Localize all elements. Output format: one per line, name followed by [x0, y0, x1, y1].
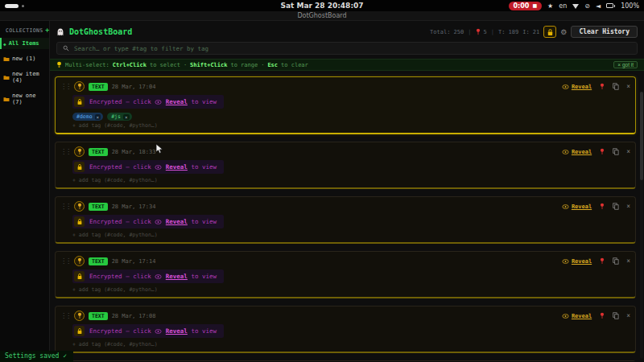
reveal-button[interactable]: Reveal: [562, 204, 592, 210]
clipboard-card[interactable]: ⋮⋮ TEXT 28 Mar, 17:24 Reveal: [55, 360, 636, 361]
add-tag-input[interactable]: + add tag (#code, #python…): [72, 177, 630, 183]
search-input[interactable]: [74, 45, 631, 52]
clipboard-card[interactable]: ⋮⋮ TEXT 28 Mar, 17:34 Reveal: [55, 196, 636, 244]
copy-button[interactable]: [613, 312, 619, 319]
battery-percent: 100%: [621, 2, 639, 10]
window-title[interactable]: DotGhostBoard: [0, 11, 644, 21]
timestamp: 28 Mar, 17:08: [112, 313, 156, 319]
settings-saved-toast: Settings saved ✓: [0, 351, 73, 362]
pinned-indicator-icon[interactable]: [599, 83, 605, 90]
drag-handle-icon[interactable]: ⋮⋮: [60, 203, 70, 210]
eye-icon: [562, 150, 569, 154]
reveal-button[interactable]: Reveal: [562, 149, 592, 155]
dismiss-hint-button[interactable]: × got it: [613, 61, 638, 68]
add-collection-button[interactable]: +: [45, 27, 49, 34]
sidebar-item-label: new (1): [12, 56, 36, 62]
wifi-icon[interactable]: [572, 4, 579, 9]
clipboard-card[interactable]: ⋮⋮ TEXT 28 Mar, 17:04 Reveal: [55, 76, 636, 134]
add-tag-input[interactable]: + add tag (#code, #python…): [72, 341, 630, 348]
lock-icon: [74, 162, 85, 172]
encrypted-content[interactable]: Encrypted — click Reveal to view: [72, 95, 224, 109]
pinned-indicator-icon[interactable]: [599, 148, 605, 155]
hint-label: Multi-select:: [65, 62, 109, 68]
mic-muted-icon[interactable]: ⊘: [584, 2, 590, 10]
sidebar-item-all-items[interactable]: ◆ All Items: [0, 38, 49, 49]
pin-toggle-button[interactable]: [74, 201, 85, 212]
clipboard-card[interactable]: ⋮⋮ TEXT 28 Mar, 17:08 Reveal: [55, 306, 636, 353]
copy-button[interactable]: [613, 203, 619, 210]
encrypted-content[interactable]: Encrypted — click Reveal to view: [72, 324, 224, 338]
stat-total: Total: 250: [430, 29, 464, 35]
drag-handle-icon[interactable]: ⋮⋮: [60, 83, 70, 90]
tag-remove-button[interactable]: ×: [123, 114, 130, 120]
copy-button[interactable]: [613, 148, 619, 155]
sidebar-item-new-one[interactable]: new one (7): [0, 90, 49, 108]
delete-button[interactable]: ×: [626, 83, 630, 90]
copy-button[interactable]: [613, 83, 619, 90]
multiselect-hint-bar: Multi-select: Ctrl+Click to select · Shi…: [50, 59, 644, 71]
add-tag-input[interactable]: + add tag (#code, #python…): [72, 122, 630, 129]
scrollbar[interactable]: [640, 92, 643, 359]
eye-icon: [562, 204, 569, 209]
pin-toggle-button[interactable]: [74, 311, 85, 321]
drag-handle-icon[interactable]: ⋮⋮: [60, 257, 70, 265]
clock[interactable]: Sat Mar 28 20:48:07: [280, 2, 363, 10]
tag-remove-button[interactable]: ×: [95, 114, 101, 120]
copy-button[interactable]: [613, 257, 619, 265]
pinned-indicator-icon[interactable]: [599, 257, 605, 265]
folder-icon: [3, 75, 10, 80]
pin-icon: [475, 28, 481, 35]
reveal-button[interactable]: Reveal: [562, 258, 592, 265]
clipboard-card[interactable]: ⋮⋮ TEXT 28 Mar, 17:14 Reveal: [55, 251, 636, 298]
type-badge: TEXT: [89, 203, 108, 211]
delete-button[interactable]: ×: [626, 257, 630, 265]
pinned-indicator-icon[interactable]: [599, 312, 605, 319]
search-bar[interactable]: [56, 42, 638, 55]
pin-toggle-button[interactable]: [74, 256, 85, 266]
reveal-button[interactable]: Reveal: [562, 313, 592, 319]
pinned-indicator-icon[interactable]: [599, 203, 605, 210]
stats-summary: Total: 250 | 5 | T: 189 I: 21: [430, 28, 539, 35]
delete-button[interactable]: ×: [626, 312, 630, 319]
tray-star-icon[interactable]: ★: [547, 2, 553, 10]
add-tag-input[interactable]: + add tag (#code, #python…): [72, 232, 630, 238]
activities-pill[interactable]: [5, 4, 19, 8]
lock-icon: [74, 271, 85, 282]
drag-handle-icon[interactable]: ⋮⋮: [60, 148, 70, 155]
encrypted-content[interactable]: Encrypted — click Reveal to view: [72, 269, 224, 283]
scrollbar-thumb[interactable]: [640, 92, 643, 180]
add-tag-input[interactable]: + add tag (#code, #python…): [72, 286, 630, 293]
sidebar-item-new-item[interactable]: new item (4): [0, 68, 49, 86]
workspace-dot-icon: [22, 5, 24, 7]
encrypted-content[interactable]: Encrypted — click Reveal to view: [72, 215, 224, 228]
sidebar-item-new[interactable]: new (1): [0, 53, 49, 64]
pin-toggle-button[interactable]: [74, 81, 85, 92]
gear-icon[interactable]: ⚙: [560, 28, 567, 36]
delete-button[interactable]: ×: [626, 203, 630, 210]
screen-recording-indicator[interactable]: 0:00 ■: [509, 2, 543, 10]
sidebar-item-label: new one (7): [12, 93, 47, 105]
timestamp: 28 Mar, 17:14: [112, 258, 156, 265]
drag-handle-icon[interactable]: ⋮⋮: [60, 312, 70, 319]
hint-key-esc: Esc: [267, 62, 278, 68]
battery-indicator[interactable]: [606, 3, 615, 8]
tag-pill[interactable]: #js×: [107, 113, 131, 121]
timestamp: 28 Mar, 17:34: [112, 204, 156, 210]
stop-recording-icon[interactable]: ■: [532, 3, 537, 8]
lightbulb-icon: [56, 61, 62, 68]
encrypted-content[interactable]: Encrypted — click Reveal to view: [72, 160, 224, 174]
tag-pill[interactable]: #demo×: [72, 113, 103, 121]
content-header: DotGhostBoard Total: 250 | 5 | T: 189 I:…: [50, 21, 644, 41]
timestamp: 28 Mar, 18:33: [112, 149, 156, 155]
keyboard-layout-indicator[interactable]: en: [559, 2, 567, 10]
clipboard-card[interactable]: ⋮⋮ TEXT 28 Mar, 18:33 Reveal: [55, 142, 636, 189]
volume-icon[interactable]: ◄: [596, 2, 601, 10]
reveal-button[interactable]: Reveal: [562, 84, 592, 90]
folder-icon: [3, 56, 10, 62]
delete-button[interactable]: ×: [626, 148, 630, 155]
clear-history-button[interactable]: Clear History: [571, 26, 638, 38]
hint-key-ctrl-click: Ctrl+Click: [113, 62, 147, 68]
system-bar: Sat Mar 28 20:48:07 0:00 ■ ★ en ⊘ ◄ 100%: [0, 0, 644, 11]
encryption-toggle-button[interactable]: [543, 26, 556, 38]
pin-toggle-button[interactable]: [74, 146, 85, 157]
